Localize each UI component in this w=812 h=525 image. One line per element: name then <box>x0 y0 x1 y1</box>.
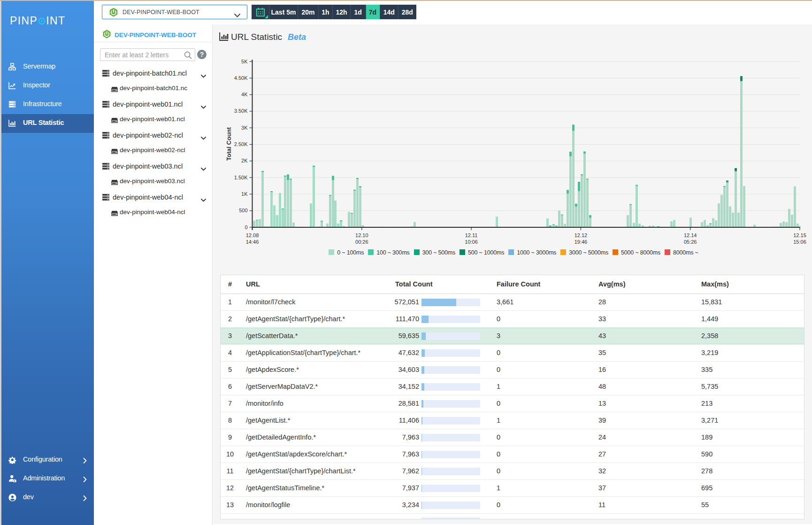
svg-text:500: 500 <box>239 208 247 213</box>
svg-text:5K: 5K <box>241 59 248 64</box>
svg-text:12.15: 12.15 <box>793 232 806 238</box>
svg-text:12.10: 12.10 <box>355 232 368 238</box>
svg-text:05:26: 05:26 <box>684 239 697 245</box>
svg-text:2K: 2K <box>241 158 248 163</box>
svg-text:12.08: 12.08 <box>246 232 259 238</box>
svg-text:4K: 4K <box>241 92 248 97</box>
svg-text:1.50K: 1.50K <box>234 175 248 180</box>
svg-text:1K: 1K <box>241 191 248 197</box>
svg-text:14:46: 14:46 <box>246 239 259 245</box>
svg-text:12.14: 12.14 <box>684 232 697 238</box>
svg-text:15:06: 15:06 <box>793 239 806 245</box>
svg-text:3.50K: 3.50K <box>234 108 248 114</box>
svg-text:4.50K: 4.50K <box>234 75 248 81</box>
svg-text:3K: 3K <box>241 125 248 131</box>
svg-text:12.12: 12.12 <box>575 232 588 238</box>
svg-text:0: 0 <box>245 224 247 230</box>
svg-text:19:46: 19:46 <box>575 239 588 245</box>
svg-text:10:06: 10:06 <box>465 239 478 245</box>
svg-text:12.11: 12.11 <box>465 232 478 238</box>
svg-text:2.50K: 2.50K <box>234 141 248 147</box>
svg-text:00:26: 00:26 <box>355 239 368 245</box>
